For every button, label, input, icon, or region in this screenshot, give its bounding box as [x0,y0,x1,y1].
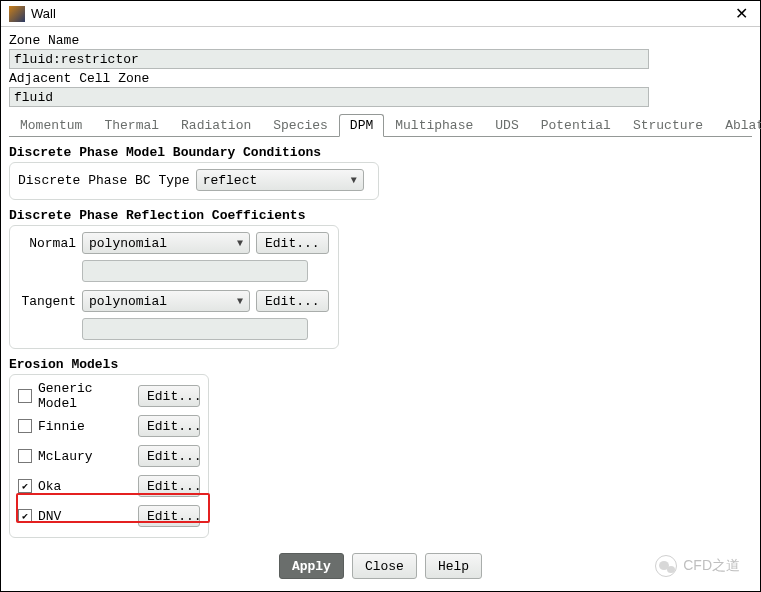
tab-ablation[interactable]: Ablation [714,114,761,137]
chevron-down-icon: ▼ [237,296,243,307]
zone-name-label: Zone Name [9,33,752,48]
tangent-dropdown[interactable]: polynomial ▼ [82,290,250,312]
tangent-edit-button[interactable]: Edit... [256,290,329,312]
tangent-label: Tangent [18,294,76,309]
erosion-label: Oka [38,479,138,494]
help-button[interactable]: Help [425,553,482,579]
normal-param-box[interactable] [82,260,308,282]
wall-dialog: Wall ✕ Zone Name fluid:restrictor Adjace… [0,0,761,592]
apply-button[interactable]: Apply [279,553,344,579]
zone-name-value: fluid:restrictor [14,52,139,67]
dialog-footer: Apply Close Help [1,553,760,579]
zone-name-input[interactable]: fluid:restrictor [9,49,649,69]
tabs: MomentumThermalRadiationSpeciesDPMMultip… [9,113,752,137]
normal-edit-button[interactable]: Edit... [256,232,329,254]
adjacent-zone-label: Adjacent Cell Zone [9,71,752,86]
tab-uds[interactable]: UDS [484,114,529,137]
adjacent-zone-value: fluid [14,90,53,105]
erosion-row-dnv: DNVEdit... [18,501,200,531]
tab-momentum[interactable]: Momentum [9,114,93,137]
watermark-text: CFD之道 [683,557,740,575]
tangent-param-box[interactable] [82,318,308,340]
tab-species[interactable]: Species [262,114,339,137]
erosion-edit-button[interactable]: Edit... [138,385,200,407]
app-icon [9,6,25,22]
erosion-label: DNV [38,509,138,524]
erosion-checkbox[interactable] [18,509,32,523]
titlebar: Wall ✕ [1,1,760,27]
erosion-label: Generic Model [38,381,138,411]
erosion-checkbox[interactable] [18,479,32,493]
tab-dpm[interactable]: DPM [339,114,384,137]
reflect-title: Discrete Phase Reflection Coefficients [9,208,752,223]
erosion-checkbox[interactable] [18,449,32,463]
normal-dropdown[interactable]: polynomial ▼ [82,232,250,254]
reflect-group: Normal polynomial ▼ Edit... Tangent poly… [9,225,339,349]
chevron-down-icon: ▼ [237,238,243,249]
normal-label: Normal [18,236,76,251]
tangent-value: polynomial [89,294,167,309]
bc-type-label: Discrete Phase BC Type [18,173,190,188]
erosion-row-generic-model: Generic ModelEdit... [18,381,200,411]
erosion-edit-button[interactable]: Edit... [138,475,200,497]
bc-type-value: reflect [203,173,258,188]
erosion-label: McLaury [38,449,138,464]
wechat-icon [655,555,677,577]
tab-thermal[interactable]: Thermal [93,114,170,137]
erosion-edit-button[interactable]: Edit... [138,415,200,437]
bc-type-dropdown[interactable]: reflect ▼ [196,169,364,191]
adjacent-zone-input[interactable]: fluid [9,87,649,107]
watermark: CFD之道 [655,555,740,577]
erosion-checkbox[interactable] [18,389,32,403]
chevron-down-icon: ▼ [351,175,357,186]
window-title: Wall [31,6,731,21]
erosion-title: Erosion Models [9,357,752,372]
tab-multiphase[interactable]: Multiphase [384,114,484,137]
erosion-row-finnie: FinnieEdit... [18,411,200,441]
erosion-edit-button[interactable]: Edit... [138,505,200,527]
tab-structure[interactable]: Structure [622,114,714,137]
erosion-group: Generic ModelEdit...FinnieEdit...McLaury… [9,374,209,538]
erosion-row-mclaury: McLauryEdit... [18,441,200,471]
tab-radiation[interactable]: Radiation [170,114,262,137]
erosion-row-oka: OkaEdit... [18,471,200,501]
normal-value: polynomial [89,236,167,251]
dpm-bc-group: Discrete Phase BC Type reflect ▼ [9,162,379,200]
close-button[interactable]: Close [352,553,417,579]
tab-potential[interactable]: Potential [530,114,622,137]
close-icon[interactable]: ✕ [731,4,752,23]
dpm-bc-title: Discrete Phase Model Boundary Conditions [9,145,752,160]
erosion-edit-button[interactable]: Edit... [138,445,200,467]
erosion-checkbox[interactable] [18,419,32,433]
erosion-label: Finnie [38,419,138,434]
